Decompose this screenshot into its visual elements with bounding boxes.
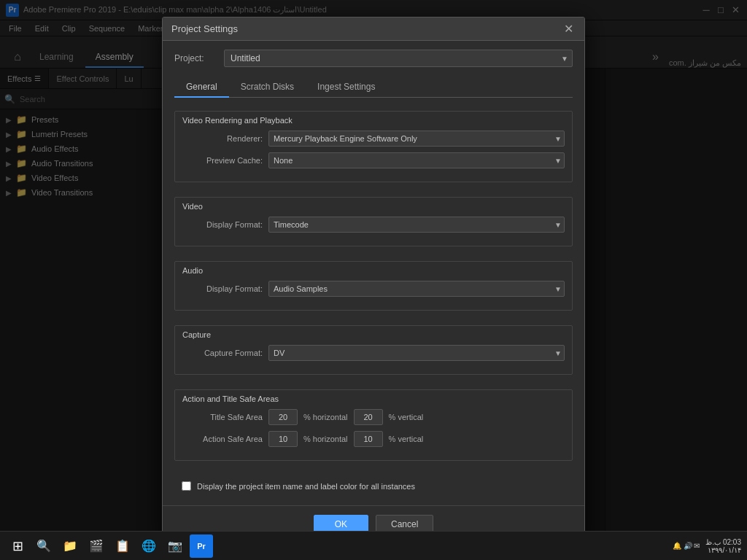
renderer-select[interactable]: Mercury Playback Engine Software Only (268, 131, 565, 147)
capture-format-label: Capture Format: (182, 349, 263, 357)
audio-display-format-select-wrapper: Audio Samples Milliseconds ▼ (268, 281, 565, 297)
video-section-title: Video (175, 198, 572, 214)
start-button[interactable]: ⊞ (6, 534, 29, 558)
project-label: Project: (174, 53, 218, 63)
project-select[interactable]: Untitled (224, 50, 573, 67)
action-safe-label: Action Safe Area (182, 435, 263, 443)
video-section-content: Display Format: Timecode Feet + Frames 1… (175, 214, 572, 246)
preview-cache-select[interactable]: None I-Frame Only MPEG MPEG (268, 152, 565, 168)
capture-section-content: Capture Format: DV HDV ▼ (175, 342, 572, 374)
project-settings-dialog: Project Settings ✕ Project: Untitled ▼ G… (162, 17, 585, 543)
dialog-body: Project: Untitled ▼ General Scratch Disk… (163, 41, 584, 505)
action-safe-v-label: % vertical (389, 435, 424, 443)
taskbar-search-icon[interactable]: 🔍 (32, 534, 55, 558)
taskbar-icon-4[interactable]: 🌐 (137, 534, 160, 558)
title-safe-h-input[interactable] (268, 409, 298, 425)
taskbar-icon-1[interactable]: 📁 (58, 534, 82, 558)
taskbar-icon-3[interactable]: 📋 (111, 534, 134, 558)
display-project-item-row: Display the project item name and label … (174, 475, 573, 497)
taskbar-time: 02:03 ب.ظ ۱۳۹۹/۰۱/۱۴ (705, 538, 741, 554)
capture-format-select-wrapper: DV HDV ▼ (268, 345, 565, 361)
project-row: Project: Untitled ▼ (174, 50, 573, 67)
project-select-wrapper: Untitled ▼ (224, 50, 573, 67)
preview-cache-row: Preview Cache: None I-Frame Only MPEG MP… (182, 152, 565, 168)
taskbar-icon-2[interactable]: 🎬 (85, 534, 108, 558)
renderer-select-wrapper: Mercury Playback Engine Software Only ▼ (268, 131, 565, 147)
dialog-header: Project Settings ✕ (163, 18, 584, 41)
capture-section: Capture Capture Format: DV HDV ▼ (174, 325, 573, 375)
display-project-item-label: Display the project item name and label … (197, 482, 415, 491)
title-safe-h-label: % horizontal (303, 413, 348, 421)
dialog-tab-bar: General Scratch Disks Ingest Settings (174, 77, 573, 98)
dialog-title: Project Settings (171, 23, 238, 34)
video-rendering-title: Video Rendering and Playback (175, 112, 572, 128)
capture-section-title: Capture (175, 326, 572, 342)
action-safe-v-input[interactable] (354, 431, 383, 447)
dialog-tab-general[interactable]: General (174, 77, 229, 98)
capture-format-select[interactable]: DV HDV (268, 345, 565, 361)
safe-areas-title: Action and Title Safe Areas (175, 390, 572, 406)
action-safe-h-label: % horizontal (303, 435, 348, 443)
audio-section-content: Display Format: Audio Samples Millisecon… (175, 278, 572, 310)
taskbar-premiere-icon[interactable]: Pr (190, 534, 213, 558)
audio-section-title: Audio (175, 262, 572, 278)
action-safe-h-input[interactable] (268, 431, 298, 447)
capture-format-row: Capture Format: DV HDV ▼ (182, 345, 565, 361)
audio-display-format-row: Display Format: Audio Samples Millisecon… (182, 281, 565, 297)
renderer-row: Renderer: Mercury Playback Engine Softwa… (182, 131, 565, 147)
dialog-close-button[interactable]: ✕ (561, 22, 576, 36)
taskbar: ⊞ 🔍 📁 🎬 📋 🌐 📷 Pr 🔔 🔊 ✉ 02:03 ب.ظ ۱۳۹۹/۰۱… (0, 531, 747, 560)
safe-areas-content: Title Safe Area % horizontal % vertical … (175, 406, 572, 460)
dialog-tab-ingest-settings[interactable]: Ingest Settings (306, 77, 387, 98)
taskbar-right: 🔔 🔊 ✉ 02:03 ب.ظ ۱۳۹۹/۰۱/۱۴ (673, 538, 741, 554)
dialog-overlay: Project Settings ✕ Project: Untitled ▼ G… (0, 0, 747, 560)
display-project-item-checkbox[interactable] (182, 481, 191, 491)
taskbar-indicators: 🔔 🔊 ✉ (673, 542, 700, 550)
dialog-tab-scratch-disks[interactable]: Scratch Disks (229, 77, 306, 98)
action-safe-row: Action Safe Area % horizontal % vertical (182, 431, 565, 447)
video-display-format-label: Display Format: (182, 220, 263, 229)
title-safe-v-input[interactable] (354, 409, 383, 425)
video-rendering-section: Video Rendering and Playback Renderer: M… (174, 111, 573, 182)
taskbar-icon-5[interactable]: 📷 (163, 534, 187, 558)
video-display-format-row: Display Format: Timecode Feet + Frames 1… (182, 217, 565, 233)
preview-cache-label: Preview Cache: (182, 156, 263, 165)
video-rendering-content: Renderer: Mercury Playback Engine Softwa… (175, 128, 572, 182)
audio-display-format-select[interactable]: Audio Samples Milliseconds (268, 281, 565, 297)
audio-section: Audio Display Format: Audio Samples Mill… (174, 261, 573, 311)
preview-cache-select-wrapper: None I-Frame Only MPEG MPEG ▼ (268, 152, 565, 168)
renderer-label: Renderer: (182, 134, 263, 143)
video-display-format-select-wrapper: Timecode Feet + Frames 16mm Feet + Frame… (268, 217, 565, 233)
safe-areas-section: Action and Title Safe Areas Title Safe A… (174, 389, 573, 461)
title-safe-v-label: % vertical (389, 413, 424, 421)
title-safe-label: Title Safe Area (182, 413, 263, 421)
audio-display-format-label: Display Format: (182, 284, 263, 293)
video-display-format-select[interactable]: Timecode Feet + Frames 16mm Feet + Frame… (268, 217, 565, 233)
title-safe-row: Title Safe Area % horizontal % vertical (182, 409, 565, 425)
video-section: Video Display Format: Timecode Feet + Fr… (174, 197, 573, 246)
